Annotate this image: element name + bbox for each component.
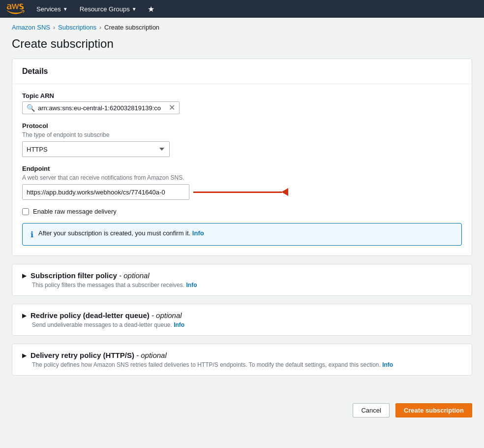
redrive-policy-subtitle: Send undeliverable messages to a dead-le… [32,321,462,328]
cancel-button[interactable]: Cancel [353,403,389,417]
filter-policy-info-link[interactable]: Info [186,282,197,288]
breadcrumb-sep-2: › [99,24,101,31]
filter-policy-header[interactable]: ▶ Subscription filter policy - optional … [12,264,472,295]
breadcrumb-current: Create subscription [104,24,159,31]
delivery-retry-policy-info-link[interactable]: Info [382,361,393,368]
delivery-retry-policy-header[interactable]: ▶ Delivery retry policy (HTTP/S) - optio… [12,344,472,375]
create-subscription-button[interactable]: Create subscription [395,403,472,417]
protocol-label: Protocol [22,122,462,129]
filter-policy-arrow-icon: ▶ [22,272,27,279]
breadcrumb-amazon-sns[interactable]: Amazon SNS [12,24,50,31]
info-text: After your subscription is created, you … [38,229,204,237]
protocol-select[interactable]: HTTPS HTTP Email Email-JSON Amazon SQS A… [22,141,170,157]
breadcrumb-subscriptions[interactable]: Subscriptions [58,24,96,31]
details-panel-body: Topic ARN 🔍 ✕ Protocol The type of endpo… [12,84,472,256]
details-heading: Details [22,67,462,76]
filter-policy-subtitle: This policy filters the messages that a … [32,282,462,288]
topic-arn-input[interactable] [38,104,166,112]
resource-groups-menu[interactable]: Resource Groups ▼ [75,3,142,15]
services-label: Services [36,5,61,13]
arrow-annotation [193,188,288,196]
info-link[interactable]: Info [192,229,204,237]
arrow-head [281,188,288,196]
search-icon: 🔍 [27,104,35,112]
delivery-retry-policy-panel: ▶ Delivery retry policy (HTTP/S) - optio… [12,344,472,376]
delivery-retry-policy-title: Delivery retry policy (HTTP/S) - optiona… [30,351,167,359]
delivery-retry-policy-title-row: ▶ Delivery retry policy (HTTP/S) - optio… [22,351,462,359]
redrive-policy-panel: ▶ Redrive policy (dead-letter queue) - o… [12,304,472,336]
details-panel: Details Topic ARN 🔍 ✕ Protocol The type … [12,59,472,256]
resource-groups-label: Resource Groups [80,5,130,13]
aws-logo[interactable] [6,3,26,15]
info-box: ℹ After your subscription is created, yo… [22,223,462,246]
endpoint-label: Endpoint [22,165,462,172]
services-chevron-icon: ▼ [63,6,68,12]
redrive-policy-title-row: ▶ Redrive policy (dead-letter queue) - o… [22,311,462,320]
endpoint-group: Endpoint A web server that can receive n… [22,165,462,200]
resource-groups-chevron-icon: ▼ [132,6,137,12]
top-nav: Services ▼ Resource Groups ▼ ★ [0,0,484,18]
redrive-policy-info-link[interactable]: Info [174,321,184,328]
page-title: Create subscription [0,35,484,59]
topic-arn-input-wrapper[interactable]: 🔍 ✕ [22,101,180,114]
breadcrumb: Amazon SNS › Subscriptions › Create subs… [0,18,484,35]
topic-arn-label: Topic ARN [22,92,462,99]
protocol-hint: The type of endpoint to subscribe [22,131,462,138]
clear-icon[interactable]: ✕ [169,104,175,112]
filter-policy-panel: ▶ Subscription filter policy - optional … [12,264,472,296]
filter-policy-title: Subscription filter policy - optional [30,271,150,280]
endpoint-wrapper [22,184,462,200]
arrow-line [193,192,282,193]
info-message: After your subscription is created, you … [38,229,192,237]
redrive-policy-title: Redrive policy (dead-letter queue) - opt… [30,311,182,320]
redrive-policy-header[interactable]: ▶ Redrive policy (dead-letter queue) - o… [12,304,472,335]
raw-message-label[interactable]: Enable raw message delivery [33,208,117,215]
main-content: Details Topic ARN 🔍 ✕ Protocol The type … [0,59,484,395]
protocol-group: Protocol The type of endpoint to subscri… [22,122,462,157]
footer-bar: Cancel Create subscription [0,395,484,425]
delivery-retry-policy-arrow-icon: ▶ [22,352,27,359]
endpoint-hint: A web server that can receive notificati… [22,174,462,181]
raw-message-checkbox[interactable] [22,208,29,215]
details-panel-header: Details [12,59,472,84]
breadcrumb-sep-1: › [53,24,55,31]
endpoint-input[interactable] [22,184,189,200]
topic-arn-group: Topic ARN 🔍 ✕ [22,92,462,114]
info-icon: ℹ [30,230,33,239]
delivery-retry-policy-subtitle: The policy defines how Amazon SNS retrie… [32,361,462,368]
redrive-policy-arrow-icon: ▶ [22,312,27,319]
filter-policy-title-row: ▶ Subscription filter policy - optional [22,271,462,280]
raw-message-row: Enable raw message delivery [22,208,462,215]
services-menu[interactable]: Services ▼ [31,3,73,15]
favorites-icon[interactable]: ★ [144,2,158,16]
